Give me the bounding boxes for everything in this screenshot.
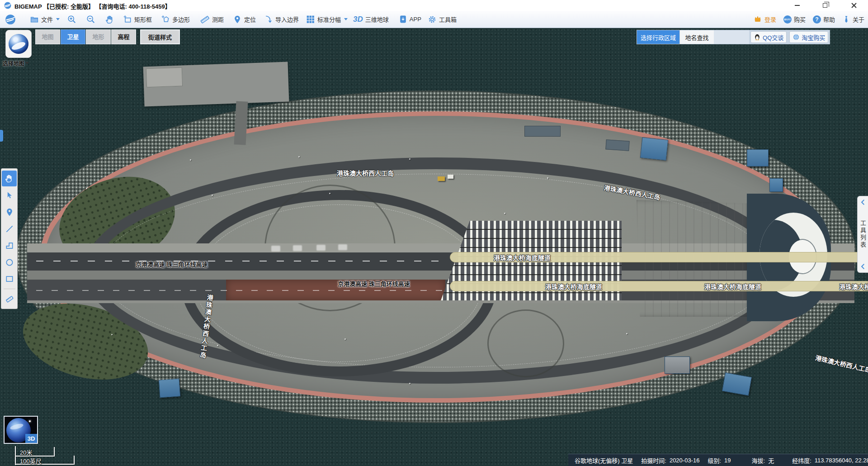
map-source: 谷歌地球(无偏移) 卫星 bbox=[575, 456, 633, 465]
main-toolbar: 文件 矩形框 多边形 测距 定位 导入边界 标准分幅 3D 三维地球 A bbox=[0, 11, 868, 28]
circle-icon bbox=[5, 258, 14, 267]
pier-building bbox=[146, 67, 183, 88]
divider bbox=[4, 289, 15, 289]
window-title: BIGEMAP 【已授权: 全能版】 【咨询电话: 400-118-5459】 bbox=[14, 2, 171, 10]
select-map-button[interactable] bbox=[5, 30, 32, 58]
toolbox-label: 工具箱 bbox=[439, 15, 457, 24]
about-button[interactable]: 关于 bbox=[842, 15, 864, 24]
tunnel-label: 港珠澳大桥海底隧道 bbox=[494, 253, 551, 262]
truck bbox=[448, 175, 453, 179]
map-viewport[interactable]: 港珠澳大桥西人工岛 港珠澳大桥西人工岛 港珠澳大桥西人工岛 港珠澳大桥西人工岛 … bbox=[0, 0, 868, 466]
capture-date-value: 2020-03-16 bbox=[670, 457, 700, 464]
select-map-label[interactable]: 选择地图 bbox=[3, 59, 29, 67]
circular-pad bbox=[487, 309, 564, 377]
chevron-down-icon bbox=[344, 18, 348, 20]
toolbox-button[interactable]: 工具箱 bbox=[428, 15, 457, 24]
polygon-plus-icon bbox=[161, 15, 170, 24]
close-button[interactable] bbox=[846, 0, 862, 11]
globe-3d-button[interactable]: 3D 三维地球 bbox=[353, 15, 389, 24]
standard-sheet-button[interactable]: 标准分幅 bbox=[306, 15, 348, 24]
help-button[interactable]: ? 帮助 bbox=[813, 15, 835, 24]
blue-roof-building bbox=[640, 137, 668, 161]
light-pole bbox=[86, 188, 87, 189]
login-button[interactable]: 登录 bbox=[753, 15, 776, 24]
globe-icon bbox=[793, 33, 800, 41]
marker-tool[interactable] bbox=[2, 204, 17, 220]
map-type-tabs: 地图 卫星 地形 高程 bbox=[35, 29, 136, 44]
maximize-button[interactable] bbox=[817, 0, 833, 11]
tab-satellite[interactable]: 卫星 bbox=[61, 29, 85, 44]
light-pole bbox=[504, 213, 505, 214]
cursor-icon bbox=[5, 191, 14, 200]
square-icon bbox=[5, 275, 14, 284]
tab-map[interactable]: 地图 bbox=[35, 29, 60, 44]
expressway-label: 京港澳高速 珠三角环线高速 bbox=[338, 279, 410, 288]
line-tool[interactable] bbox=[2, 221, 17, 237]
zoom-level-label: 级别: bbox=[708, 456, 721, 465]
tunnel-label: 港珠澳大桥海底隧道 bbox=[545, 282, 602, 291]
chevron-down-icon bbox=[25, 62, 29, 64]
tab-terrain[interactable]: 地形 bbox=[86, 29, 111, 44]
polygon-tool-button[interactable]: 多边形 bbox=[161, 15, 190, 24]
qq-chat-button[interactable]: QQ交谈 bbox=[750, 31, 787, 43]
admin-region-tab[interactable]: 选择行政区域 bbox=[637, 30, 679, 44]
grey-building bbox=[665, 357, 690, 374]
rectangle-tool[interactable] bbox=[2, 271, 17, 287]
map-pin-icon bbox=[5, 208, 14, 217]
buy-button[interactable]: BUY! 购买 bbox=[783, 15, 806, 24]
taobao-buy-button[interactable]: 淘宝购买 bbox=[789, 31, 828, 43]
tab-elevation[interactable]: 高程 bbox=[111, 29, 136, 44]
polygon-icon bbox=[5, 241, 14, 250]
light-pole bbox=[329, 193, 330, 194]
light-pole bbox=[190, 159, 191, 161]
street-style-button[interactable]: 街道样式 bbox=[140, 29, 180, 44]
chevron-left-icon[interactable] bbox=[860, 199, 866, 205]
grid-icon bbox=[306, 15, 315, 24]
measure-tool[interactable] bbox=[2, 291, 17, 307]
pan-hand-tool[interactable] bbox=[2, 171, 17, 186]
polygon-tool[interactable] bbox=[2, 238, 17, 253]
login-label: 登录 bbox=[764, 15, 776, 24]
star-dot bbox=[29, 420, 31, 422]
pier-access-road bbox=[234, 101, 248, 145]
buy-label: 购买 bbox=[794, 15, 806, 24]
rect-box-tool[interactable]: 矩形框 bbox=[123, 15, 152, 24]
search-input[interactable] bbox=[714, 30, 749, 44]
locate-button[interactable]: 定位 bbox=[233, 15, 256, 24]
light-pole bbox=[298, 156, 300, 157]
zoom-out-icon bbox=[86, 14, 96, 24]
google-earth-globe-icon bbox=[9, 34, 28, 54]
status-bar: 谷歌地球(无偏移) 卫星 拍摄时间: 2020-03-16 级别: 19 海拔:… bbox=[568, 454, 868, 466]
left-edge-handle[interactable] bbox=[0, 130, 3, 142]
tool-list-panel[interactable]: 工具列表 bbox=[857, 196, 868, 273]
zoom-in-button[interactable] bbox=[67, 14, 77, 24]
buy-badge-icon: BUY! bbox=[783, 15, 792, 24]
island-label: 港珠澳大桥西人工岛 bbox=[815, 353, 868, 375]
measure-button[interactable]: 测距 bbox=[200, 14, 224, 24]
circle-tool[interactable] bbox=[2, 254, 17, 270]
chevron-left-icon[interactable] bbox=[860, 263, 866, 270]
taobao-buy-label: 淘宝购买 bbox=[802, 33, 825, 42]
road-paint-marking bbox=[338, 244, 347, 250]
import-boundary-button[interactable]: 导入边界 bbox=[264, 15, 299, 24]
crown-icon bbox=[753, 15, 762, 24]
mini-globe-3d-toggle[interactable]: 3D bbox=[4, 416, 38, 444]
pan-tool-button[interactable] bbox=[105, 14, 115, 24]
coordinates-value: 113.78356040, 22.28347868 bbox=[815, 457, 868, 464]
hand-icon bbox=[105, 14, 115, 24]
minimize-button[interactable] bbox=[789, 0, 805, 11]
measure-label: 测距 bbox=[212, 15, 224, 24]
tunnel-route-band bbox=[450, 281, 868, 291]
file-menu[interactable]: 文件 bbox=[30, 15, 60, 24]
capture-date-label: 拍摄时间: bbox=[641, 456, 666, 465]
road-paint-marking bbox=[316, 245, 326, 251]
select-arrow-tool[interactable] bbox=[2, 187, 17, 203]
app-button[interactable]: APP bbox=[399, 15, 421, 24]
place-search-tab[interactable]: 地名查找 bbox=[679, 30, 714, 44]
expressway-label: 京港澳高速 珠三角环线高速 bbox=[136, 260, 208, 268]
question-icon: ? bbox=[813, 15, 821, 24]
ruler-icon bbox=[5, 295, 14, 304]
zoom-out-button[interactable] bbox=[86, 14, 96, 24]
gear-icon bbox=[428, 15, 437, 24]
tool-list-label: 工具列表 bbox=[859, 220, 867, 249]
